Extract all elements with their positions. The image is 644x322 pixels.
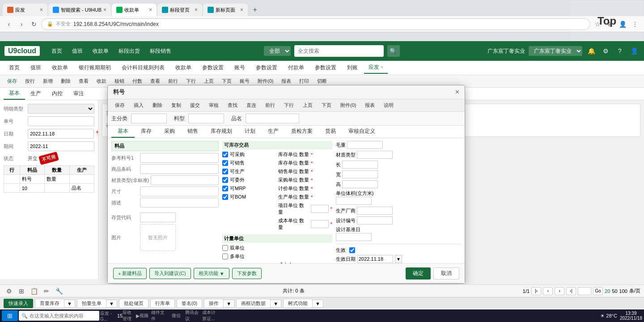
next-page-btn[interactable]: › [555, 287, 564, 295]
second-nav-close[interactable]: × [381, 65, 383, 70]
dialog-btn-nextpage[interactable]: 下页 [318, 101, 335, 110]
last-page-btn[interactable]: ›| [566, 287, 576, 295]
toolbar-prevpage[interactable]: 上页 [200, 77, 217, 85]
btn-confirm[interactable]: 确定 [406, 267, 431, 280]
action-trace-data-dd[interactable]: ▼ [271, 300, 281, 308]
btn-cancel[interactable]: 取消 [433, 267, 459, 280]
toolbar-new[interactable]: 新增 [39, 77, 56, 85]
second-nav-params[interactable]: 参数设置 [198, 62, 228, 73]
dialog-tab-purchase[interactable]: 采购 [158, 126, 181, 138]
taskbar-app-files[interactable]: 雄件文件 [151, 310, 167, 321]
tab-audit[interactable]: 审注 [68, 88, 89, 99]
second-nav-account-rules[interactable]: 会计科目规则列表 [117, 62, 169, 73]
second-nav-params2[interactable]: 参数设置 [251, 62, 282, 73]
search-input[interactable] [294, 45, 384, 57]
prev-page-btn[interactable]: ‹ [543, 287, 553, 295]
tab-favicon-1[interactable]: 应发 × [3, 4, 47, 16]
sidebar-period-input[interactable] [28, 141, 94, 151]
nav-duty[interactable]: 值班 [68, 46, 87, 57]
toolbar-print[interactable]: 打印 [296, 77, 313, 85]
dialog-btn-desc[interactable]: 说明 [380, 101, 397, 110]
tab-2[interactable]: 智能搜索 - U9HUB × [48, 4, 111, 16]
action-batch-issue-dd[interactable]: ▼ [106, 300, 117, 308]
input-design-num[interactable] [357, 216, 393, 225]
check-mrp[interactable] [222, 186, 228, 191]
action-operate-dd[interactable]: ▼ [224, 300, 234, 308]
check-sellable[interactable] [222, 160, 228, 166]
second-nav-payment[interactable]: 付款单 [284, 62, 309, 73]
dialog-name-input[interactable] [246, 114, 299, 123]
second-nav-params3[interactable]: 参数设置 [310, 62, 341, 73]
action-row-order[interactable]: 行库单 [150, 299, 175, 308]
tab-close-1[interactable]: × [40, 7, 43, 13]
check-dual-unit[interactable] [222, 245, 228, 251]
photo-placeholder[interactable]: 暂无照片 [140, 224, 176, 251]
input-height[interactable] [342, 180, 378, 188]
page-size-20[interactable]: 20 [605, 288, 610, 294]
dialog-btn-prev[interactable]: 前行 [262, 101, 279, 110]
input-ref-item[interactable] [140, 153, 219, 163]
goto-page-input[interactable] [578, 287, 591, 295]
tab-internal[interactable]: 内控 [47, 88, 68, 99]
dialog-tab-quality[interactable]: 质检方案 [285, 126, 319, 138]
tab-production[interactable]: 生产 [25, 88, 47, 99]
btn-new-item[interactable]: + 新建料品 [113, 268, 147, 279]
tab-close-4[interactable]: × [195, 7, 198, 13]
toolbar-save[interactable]: 保存 [4, 77, 21, 85]
toolbar-nextpage[interactable]: 下页 [218, 77, 235, 85]
tab-basic[interactable]: 基本 [4, 88, 25, 100]
dialog-tab-plan[interactable]: 计划 [238, 126, 262, 138]
taskbar-app-video[interactable]: ▶ 视频 [134, 310, 150, 321]
dialog-tab-production[interactable]: 生产 [262, 126, 285, 138]
dialog-btn-delete[interactable]: 删除 [149, 101, 166, 110]
check-effective[interactable] [349, 247, 355, 253]
second-nav-values[interactable]: 值班 [26, 62, 46, 73]
taskbar-app-receivables[interactable]: 15 应收管理 [117, 310, 133, 321]
dialog-tab-inventory[interactable]: 库存 [135, 126, 158, 138]
dialog-tab-trade[interactable]: 货易 [319, 126, 342, 138]
dialog-main-field-input[interactable] [131, 114, 167, 123]
action-operate[interactable]: 操作 [204, 299, 224, 308]
toolbar-prevrow[interactable]: 前行 [165, 77, 182, 85]
input-material-type[interactable] [151, 175, 219, 185]
page-size-100[interactable]: 100 [619, 288, 627, 294]
dialog-btn-aid[interactable]: 援交 [186, 101, 203, 110]
input-size[interactable] [140, 186, 219, 196]
dialog-btn-prevpage[interactable]: 上页 [299, 101, 316, 110]
dialog-btn-insert[interactable]: 插入 [130, 101, 147, 110]
dialog-btn-report[interactable]: 报表 [361, 101, 378, 110]
dialog-btn-find[interactable]: 查找 [224, 101, 241, 110]
dialog-btn-link[interactable]: 直连 [243, 101, 260, 110]
dialog-tab-custom[interactable]: 审核自定义 [342, 126, 381, 138]
sidebar-date-input[interactable] [28, 129, 94, 139]
second-nav-receipt[interactable]: 收款单 [47, 62, 72, 73]
dialog-btn-audit[interactable]: 审核 [205, 101, 222, 110]
btn-related-func[interactable]: 相关功能 ▼ [194, 268, 229, 279]
dialog-btn-copy[interactable]: 复制 [168, 101, 185, 110]
taskbar-search-bar[interactable]: 🔍 在这里输入您搜索的内容 [19, 311, 99, 321]
nav-receipt[interactable]: 收款单 [88, 46, 113, 57]
sidebar-number-input[interactable] [28, 116, 94, 126]
table-row-1[interactable]: 10 品名 [4, 184, 94, 193]
toolbar-receipt[interactable]: 收款 [93, 77, 110, 85]
action-batch-store[interactable]: 批处储页 [119, 299, 148, 308]
new-tab-button[interactable]: + [249, 4, 261, 16]
bottom-tool-1[interactable]: ⚙ [4, 286, 14, 297]
input-cost-unit-val[interactable] [311, 220, 329, 228]
second-nav-account2[interactable]: 到账 [343, 62, 362, 73]
input-manufacturer[interactable] [357, 207, 393, 215]
toolbar-nextrow[interactable]: 下行 [182, 77, 199, 85]
goto-page-btn[interactable]: Go [593, 287, 603, 295]
action-tree-func[interactable]: 树式功能 [283, 299, 313, 308]
taskbar-app-yingfa[interactable]: 应发 - G... [100, 310, 116, 321]
tab-close-5[interactable]: × [240, 7, 243, 13]
second-nav-receipt2[interactable]: 收款单 [171, 62, 196, 73]
toolbar-delete[interactable]: 删除 [57, 77, 74, 85]
dialog-sub-field-input[interactable] [188, 114, 224, 123]
input-length[interactable] [342, 161, 378, 169]
tab-3[interactable]: 收款单 × [112, 4, 157, 16]
toolbar-account[interactable]: 账号 [236, 77, 253, 85]
taskbar-app-wechat[interactable]: 微信 [168, 310, 184, 321]
check-outsource[interactable] [222, 177, 228, 183]
toolbar-paynum[interactable]: 付数 [129, 77, 146, 85]
